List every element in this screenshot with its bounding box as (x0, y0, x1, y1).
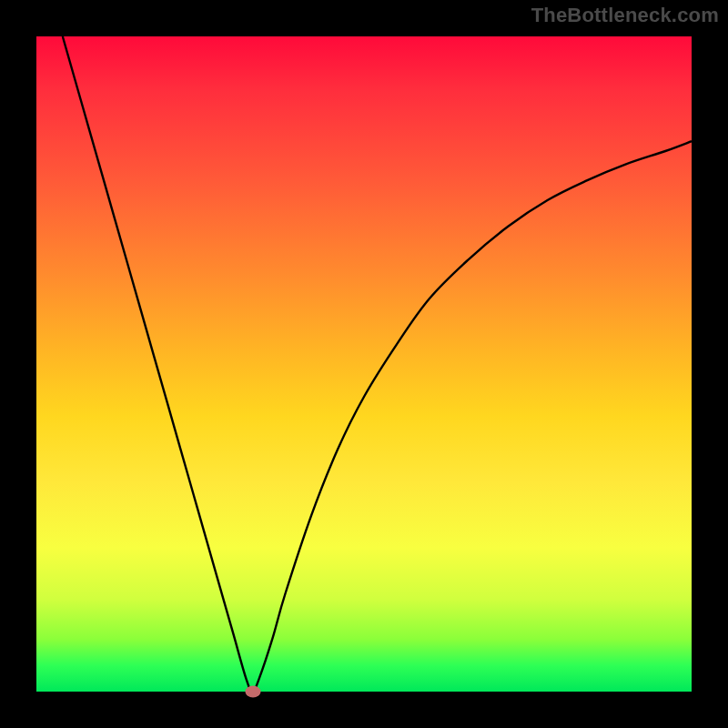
plot-area (36, 36, 692, 692)
bottleneck-curve (36, 36, 692, 692)
curve-path (63, 36, 692, 692)
chart-frame: TheBottleneck.com (0, 0, 728, 728)
watermark-text: TheBottleneck.com (531, 4, 719, 27)
minimum-marker (245, 686, 260, 698)
